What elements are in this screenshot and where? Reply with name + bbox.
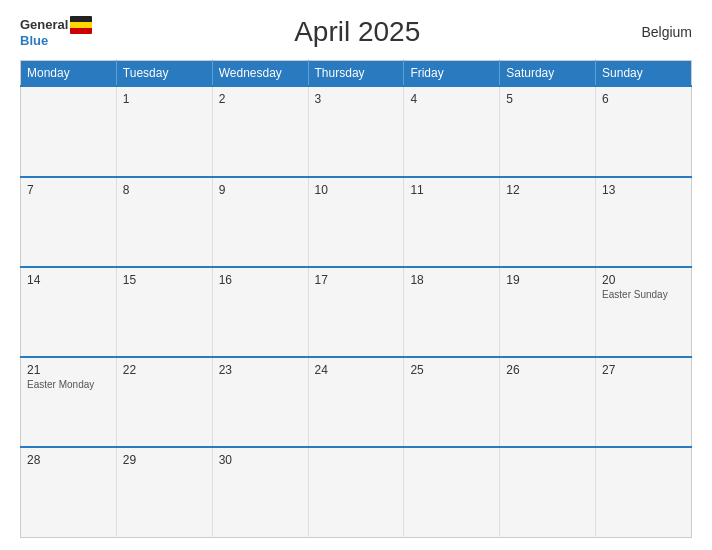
day-number: 7 (27, 183, 110, 197)
day-number: 21 (27, 363, 110, 377)
calendar-cell: 28 (21, 447, 117, 537)
day-number: 24 (315, 363, 398, 377)
calendar-cell: 29 (116, 447, 212, 537)
day-number: 9 (219, 183, 302, 197)
calendar-cell: 11 (404, 177, 500, 267)
calendar-body: 1234567891011121314151617181920Easter Su… (21, 86, 692, 537)
calendar-cell: 24 (308, 357, 404, 447)
calendar-table: Monday Tuesday Wednesday Thursday Friday… (20, 60, 692, 538)
holiday-label: Easter Sunday (602, 289, 685, 300)
calendar-week-row: 282930 (21, 447, 692, 537)
day-number: 19 (506, 273, 589, 287)
calendar-cell: 1 (116, 86, 212, 176)
country-label: Belgium (622, 24, 692, 40)
day-number: 23 (219, 363, 302, 377)
calendar-cell (500, 447, 596, 537)
calendar-cell: 27 (596, 357, 692, 447)
calendar-cell (308, 447, 404, 537)
calendar-cell: 10 (308, 177, 404, 267)
logo-general: General (20, 18, 68, 32)
calendar-page: General Blue April 2025 Belgium Monday T… (0, 0, 712, 550)
col-monday: Monday (21, 61, 117, 87)
day-number: 2 (219, 92, 302, 106)
day-number: 3 (315, 92, 398, 106)
calendar-cell: 9 (212, 177, 308, 267)
calendar-cell: 12 (500, 177, 596, 267)
col-friday: Friday (404, 61, 500, 87)
day-number: 25 (410, 363, 493, 377)
day-number: 8 (123, 183, 206, 197)
day-number: 4 (410, 92, 493, 106)
col-sunday: Sunday (596, 61, 692, 87)
day-number: 12 (506, 183, 589, 197)
day-number: 22 (123, 363, 206, 377)
calendar-cell: 22 (116, 357, 212, 447)
calendar-cell: 6 (596, 86, 692, 176)
logo: General Blue (20, 16, 92, 48)
calendar-cell: 3 (308, 86, 404, 176)
calendar-cell: 18 (404, 267, 500, 357)
day-number: 16 (219, 273, 302, 287)
calendar-cell: 17 (308, 267, 404, 357)
calendar-cell: 25 (404, 357, 500, 447)
calendar-week-row: 123456 (21, 86, 692, 176)
calendar-cell: 21Easter Monday (21, 357, 117, 447)
col-thursday: Thursday (308, 61, 404, 87)
page-title: April 2025 (92, 16, 622, 48)
calendar-cell: 20Easter Sunday (596, 267, 692, 357)
calendar-cell (404, 447, 500, 537)
logo-blue: Blue (20, 34, 48, 48)
day-number: 5 (506, 92, 589, 106)
calendar-cell (21, 86, 117, 176)
logo-flag-icon (70, 16, 92, 34)
calendar-cell: 26 (500, 357, 596, 447)
col-tuesday: Tuesday (116, 61, 212, 87)
calendar-cell: 5 (500, 86, 596, 176)
day-number: 15 (123, 273, 206, 287)
calendar-week-row: 21Easter Monday222324252627 (21, 357, 692, 447)
calendar-week-row: 14151617181920Easter Sunday (21, 267, 692, 357)
col-wednesday: Wednesday (212, 61, 308, 87)
calendar-cell: 23 (212, 357, 308, 447)
day-number: 30 (219, 453, 302, 467)
col-saturday: Saturday (500, 61, 596, 87)
day-number: 1 (123, 92, 206, 106)
calendar-cell: 4 (404, 86, 500, 176)
day-number: 10 (315, 183, 398, 197)
calendar-cell: 8 (116, 177, 212, 267)
day-number: 29 (123, 453, 206, 467)
calendar-cell: 16 (212, 267, 308, 357)
calendar-cell: 30 (212, 447, 308, 537)
weekday-header-row: Monday Tuesday Wednesday Thursday Friday… (21, 61, 692, 87)
calendar-cell: 19 (500, 267, 596, 357)
calendar-week-row: 78910111213 (21, 177, 692, 267)
calendar-cell: 7 (21, 177, 117, 267)
day-number: 27 (602, 363, 685, 377)
calendar-cell: 14 (21, 267, 117, 357)
calendar-cell (596, 447, 692, 537)
day-number: 17 (315, 273, 398, 287)
calendar-cell: 13 (596, 177, 692, 267)
calendar-cell: 2 (212, 86, 308, 176)
day-number: 14 (27, 273, 110, 287)
day-number: 13 (602, 183, 685, 197)
day-number: 11 (410, 183, 493, 197)
day-number: 26 (506, 363, 589, 377)
day-number: 20 (602, 273, 685, 287)
day-number: 18 (410, 273, 493, 287)
holiday-label: Easter Monday (27, 379, 110, 390)
calendar-cell: 15 (116, 267, 212, 357)
calendar-header: Monday Tuesday Wednesday Thursday Friday… (21, 61, 692, 87)
page-header: General Blue April 2025 Belgium (20, 16, 692, 48)
day-number: 28 (27, 453, 110, 467)
day-number: 6 (602, 92, 685, 106)
